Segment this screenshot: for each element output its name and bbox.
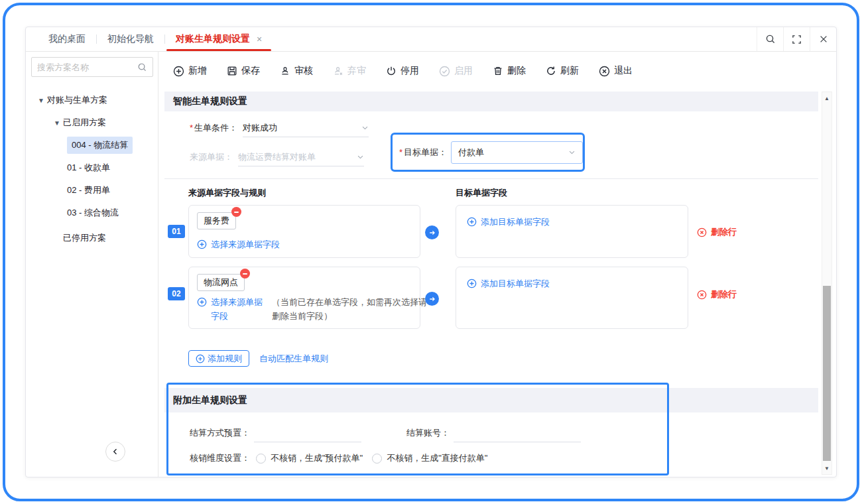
- tree-node-enabled-schemes[interactable]: ▼ 已启用方案: [26, 111, 158, 134]
- button-label: 停用: [400, 65, 419, 77]
- tree-node-03-integrated[interactable]: 03 - 综合物流: [26, 202, 158, 224]
- button-label: 保存: [241, 65, 260, 77]
- required-asterisk: *: [190, 123, 193, 133]
- fullscreen-icon[interactable]: [783, 27, 810, 51]
- target-doc-select[interactable]: 付款单: [451, 141, 583, 164]
- tab-bar: 我的桌面 初始化导航 对账生单规则设置 ×: [26, 27, 836, 52]
- refresh-icon: [546, 66, 556, 76]
- auto-match-link[interactable]: 自动匹配生单规则: [259, 353, 328, 365]
- settle-method-input[interactable]: [254, 424, 361, 442]
- settle-account-input[interactable]: [454, 424, 581, 442]
- add-target-field-link[interactable]: 添加目标单据字段: [467, 216, 550, 228]
- disable-button[interactable]: 停用: [386, 65, 419, 77]
- tree-node-01-receipt[interactable]: 01 - 收款单: [26, 157, 158, 179]
- exit-button[interactable]: 退出: [599, 65, 633, 77]
- source-doc-select-disabled: 物流运费结算对账单: [238, 148, 364, 166]
- link-label: 添加目标单据字段: [481, 216, 550, 228]
- tree-label: 02 - 费用单: [67, 184, 110, 196]
- field-tag[interactable]: 物流网点: [197, 274, 245, 291]
- caret-down-icon[interactable]: ▼: [35, 97, 47, 104]
- button-label: 删除: [507, 65, 526, 77]
- close-icon[interactable]: [810, 27, 836, 51]
- link-label: 删除行: [711, 288, 737, 300]
- scroll-up-icon[interactable]: ▲: [822, 94, 831, 103]
- settle-account-label: 结算账号：: [406, 427, 450, 439]
- tree-node-disabled-schemes[interactable]: 已停用方案: [26, 227, 158, 249]
- delete-row-link-row1[interactable]: 删除行: [697, 226, 737, 238]
- pick-source-field-link[interactable]: 选择来源单据字段: [197, 239, 280, 251]
- scroll-down-icon[interactable]: ▼: [822, 464, 831, 473]
- plus-circle-icon: [467, 279, 477, 288]
- section-title-extra-rules: 附加生单规则设置: [164, 388, 818, 412]
- sidebar: ▼ 对账与生单方案 ▼ 已启用方案 004 - 物流结算 01 - 收款单 02: [26, 52, 158, 477]
- link-label: 删除行: [711, 226, 737, 238]
- link-label: 选择来源单据字段: [211, 239, 280, 251]
- trash-icon: [493, 66, 503, 76]
- target-fields-box-row2: 添加目标单据字段: [456, 267, 688, 329]
- tree-node-004-logistics[interactable]: 004 - 物流结算: [26, 134, 158, 157]
- caret-down-icon[interactable]: ▼: [51, 119, 63, 127]
- tree-label-selected: 004 - 物流结算: [67, 137, 133, 154]
- verification-dimension-row: 核销维度设置： 不核销，生成"预付款单" 不核销，生成"直接付款单": [190, 452, 487, 464]
- scheme-tree: ▼ 对账与生单方案 ▼ 已启用方案 004 - 物流结算 01 - 收款单 02: [26, 89, 158, 249]
- active-tab-underline: [166, 49, 271, 51]
- refresh-button[interactable]: 刷新: [546, 65, 579, 77]
- target-fields-box-row1: 添加目标单据字段: [456, 205, 688, 258]
- add-target-field-link[interactable]: 添加目标单据字段: [467, 278, 550, 290]
- section-title-text: 智能生单规则设置: [173, 95, 247, 107]
- search-icon[interactable]: [757, 27, 783, 51]
- button-label: 启用: [454, 65, 473, 77]
- single-select-note: （当前已存在单选字段，如需再次选择请删除当前字段）: [272, 295, 430, 324]
- pick-source-field-link[interactable]: 选择来源单据字段 （当前已存在单选字段，如需再次选择请删除当前字段）: [197, 295, 430, 324]
- remove-tag-icon[interactable]: [231, 207, 241, 217]
- tree-node-reconcile-schemes[interactable]: ▼ 对账与生单方案: [26, 89, 158, 111]
- tree-label: 03 - 综合物流: [67, 207, 119, 219]
- add-button[interactable]: 新增: [173, 65, 207, 77]
- tab-close-icon[interactable]: ×: [257, 34, 262, 44]
- field-tag[interactable]: 服务费: [197, 212, 236, 229]
- column-header-source: 来源单据字段与规则: [188, 187, 266, 199]
- add-rule-button[interactable]: 添加规则: [188, 350, 249, 367]
- chevron-down-icon: [361, 124, 369, 131]
- exit-icon: [599, 66, 610, 77]
- map-arrow-icon[interactable]: [425, 225, 439, 239]
- search-input[interactable]: [37, 62, 137, 72]
- radio-direct-payment[interactable]: [372, 454, 382, 464]
- save-button[interactable]: 保存: [227, 65, 260, 77]
- map-arrow-icon[interactable]: [425, 292, 439, 306]
- app-window: 我的桌面 初始化导航 对账生单规则设置 ×: [25, 27, 837, 477]
- screenshot-stage: 我的桌面 初始化导航 对账生单规则设置 ×: [0, 0, 862, 504]
- tree-label: 01 - 收款单: [67, 162, 110, 174]
- rule-row-number: 01: [168, 225, 185, 238]
- approve-button[interactable]: 审核: [280, 65, 313, 77]
- tab-rule-settings[interactable]: 对账生单规则设置 ×: [165, 27, 273, 51]
- scrollbar-thumb[interactable]: [823, 286, 831, 461]
- enable-button: 启用: [439, 65, 473, 77]
- tabbar-actions: [757, 27, 836, 51]
- search-icon[interactable]: [137, 62, 147, 72]
- source-fields-box-row2: 物流网点 选择来源单据字段 （当前已存在单选字段，如需再次选择请删除当前字段）: [188, 267, 420, 329]
- remove-tag-icon[interactable]: [240, 269, 250, 279]
- toolbar: 新增 保存 审核 弃审: [158, 52, 836, 90]
- field-label: *生单条件：: [190, 122, 237, 134]
- check-circle-icon: [439, 66, 450, 77]
- required-asterisk: *: [399, 147, 402, 157]
- plus-circle-icon: [173, 66, 184, 77]
- column-header-target: 目标单据字段: [456, 187, 507, 199]
- delete-row-link-row2[interactable]: 删除行: [697, 288, 737, 300]
- chevron-left-icon: [111, 448, 119, 456]
- tab-init-nav[interactable]: 初始化导航: [97, 27, 164, 51]
- link-label: 添加目标单据字段: [481, 278, 550, 290]
- tab-my-desktop[interactable]: 我的桌面: [38, 27, 96, 51]
- sidebar-collapse-button[interactable]: [105, 442, 125, 462]
- tree-node-02-expense[interactable]: 02 - 费用单: [26, 179, 158, 202]
- field-tag-wrap: 物流网点: [197, 274, 245, 291]
- tree-label: 已启用方案: [63, 117, 106, 129]
- radio-prepayment[interactable]: [256, 454, 266, 464]
- condition-select[interactable]: 对账成功: [243, 119, 369, 137]
- delete-button[interactable]: 删除: [493, 65, 526, 77]
- field-source-document: 来源单据： 物流运费结算对账单: [190, 147, 364, 167]
- vertical-scrollbar[interactable]: ▲ ▼: [822, 92, 832, 475]
- circle-x-icon: [697, 227, 707, 237]
- button-label: 审核: [294, 65, 313, 77]
